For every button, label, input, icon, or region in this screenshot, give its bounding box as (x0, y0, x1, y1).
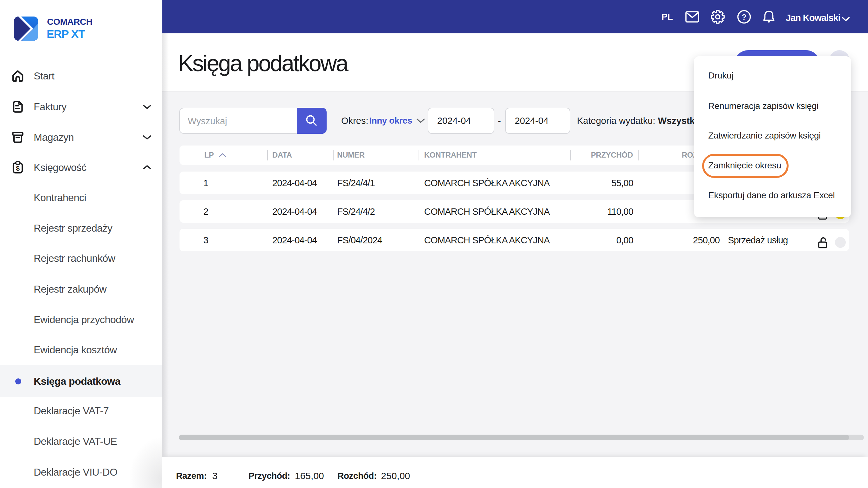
svg-text:$: $ (16, 164, 20, 172)
svg-text:?: ? (742, 13, 747, 21)
